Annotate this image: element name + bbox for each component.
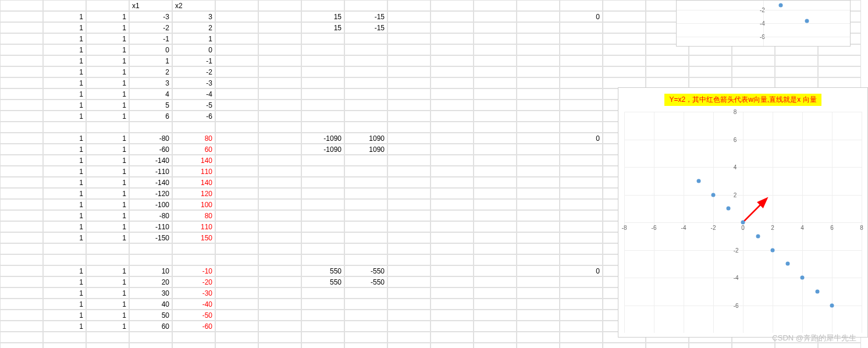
- cell[interactable]: [215, 232, 258, 243]
- cell[interactable]: -100: [129, 199, 172, 210]
- cell[interactable]: 80: [172, 133, 215, 144]
- cell[interactable]: [0, 210, 43, 221]
- cell[interactable]: [474, 310, 517, 321]
- cell[interactable]: [517, 177, 560, 188]
- cell[interactable]: [387, 55, 431, 66]
- cell[interactable]: [474, 276, 517, 287]
- cell[interactable]: 30: [129, 287, 172, 299]
- cell[interactable]: [0, 122, 43, 133]
- cell[interactable]: [387, 144, 431, 155]
- cell[interactable]: 1: [43, 33, 86, 44]
- cell[interactable]: [431, 232, 474, 243]
- cell[interactable]: [43, 0, 86, 11]
- cell[interactable]: [387, 133, 431, 144]
- cell[interactable]: [517, 254, 560, 265]
- cell[interactable]: [517, 221, 560, 232]
- cell[interactable]: [560, 33, 603, 44]
- cell[interactable]: [258, 77, 301, 88]
- cell[interactable]: -140: [129, 177, 172, 188]
- cell[interactable]: [560, 44, 603, 55]
- cell[interactable]: [603, 66, 646, 77]
- cell[interactable]: [0, 221, 43, 232]
- cell[interactable]: [258, 166, 301, 177]
- cell[interactable]: [560, 310, 603, 321]
- cell[interactable]: 20: [129, 276, 172, 287]
- cell[interactable]: 1: [43, 133, 86, 144]
- cell[interactable]: [818, 66, 861, 77]
- cell[interactable]: -80: [129, 210, 172, 221]
- cell[interactable]: 1: [86, 232, 129, 243]
- cell[interactable]: [431, 111, 474, 122]
- cell[interactable]: [474, 199, 517, 210]
- cell[interactable]: [301, 55, 344, 66]
- cell[interactable]: [517, 155, 560, 166]
- cell[interactable]: 550: [301, 276, 344, 287]
- cell[interactable]: [215, 77, 258, 88]
- cell[interactable]: 1090: [344, 133, 387, 144]
- cell[interactable]: [0, 276, 43, 287]
- cell[interactable]: [431, 188, 474, 199]
- cell[interactable]: [431, 88, 474, 100]
- cell[interactable]: [215, 299, 258, 310]
- cell[interactable]: [0, 299, 43, 310]
- cell[interactable]: [344, 0, 387, 11]
- cell[interactable]: [732, 66, 775, 77]
- cell[interactable]: -2: [172, 66, 215, 77]
- cell[interactable]: [431, 100, 474, 111]
- cell[interactable]: [387, 343, 431, 348]
- cell[interactable]: 1: [86, 144, 129, 155]
- cell[interactable]: -4: [172, 88, 215, 100]
- cell[interactable]: 110: [172, 166, 215, 177]
- cell[interactable]: 1: [43, 287, 86, 299]
- cell[interactable]: [560, 232, 603, 243]
- cell[interactable]: [517, 276, 560, 287]
- cell[interactable]: 40: [129, 299, 172, 310]
- cell[interactable]: [301, 77, 344, 88]
- cell[interactable]: [474, 55, 517, 66]
- cell[interactable]: [215, 55, 258, 66]
- cell[interactable]: 1: [43, 88, 86, 100]
- cell[interactable]: [344, 66, 387, 77]
- cell[interactable]: 1: [86, 276, 129, 287]
- cell[interactable]: [474, 88, 517, 100]
- cell[interactable]: [215, 265, 258, 276]
- cell[interactable]: [474, 265, 517, 276]
- cell[interactable]: [517, 210, 560, 221]
- cell[interactable]: [775, 343, 818, 348]
- cell[interactable]: [431, 310, 474, 321]
- cell[interactable]: [474, 11, 517, 22]
- cell[interactable]: 15: [301, 22, 344, 33]
- cell[interactable]: 60: [172, 144, 215, 155]
- cell[interactable]: [387, 276, 431, 287]
- cell[interactable]: [387, 221, 431, 232]
- cell[interactable]: [215, 287, 258, 299]
- cell[interactable]: [431, 144, 474, 155]
- cell[interactable]: [560, 122, 603, 133]
- cell[interactable]: 1: [43, 155, 86, 166]
- cell[interactable]: [431, 122, 474, 133]
- cell[interactable]: [387, 232, 431, 243]
- cell[interactable]: [43, 122, 86, 133]
- cell[interactable]: [431, 199, 474, 210]
- cell[interactable]: 1: [43, 55, 86, 66]
- cell[interactable]: [258, 22, 301, 33]
- cell[interactable]: [258, 310, 301, 321]
- cell[interactable]: -6: [172, 111, 215, 122]
- cell[interactable]: 1: [86, 166, 129, 177]
- cell[interactable]: [560, 144, 603, 155]
- cell[interactable]: [172, 332, 215, 343]
- cell[interactable]: [517, 133, 560, 144]
- cell[interactable]: [431, 33, 474, 44]
- cell[interactable]: [215, 166, 258, 177]
- cell[interactable]: [215, 199, 258, 210]
- cell[interactable]: [560, 166, 603, 177]
- cell[interactable]: -550: [344, 265, 387, 276]
- cell[interactable]: -550: [344, 276, 387, 287]
- cell[interactable]: [818, 343, 861, 348]
- cell[interactable]: 1: [86, 55, 129, 66]
- cell[interactable]: [258, 100, 301, 111]
- cell[interactable]: [344, 111, 387, 122]
- cell[interactable]: [0, 343, 43, 348]
- cell[interactable]: [387, 77, 431, 88]
- cell[interactable]: [474, 188, 517, 199]
